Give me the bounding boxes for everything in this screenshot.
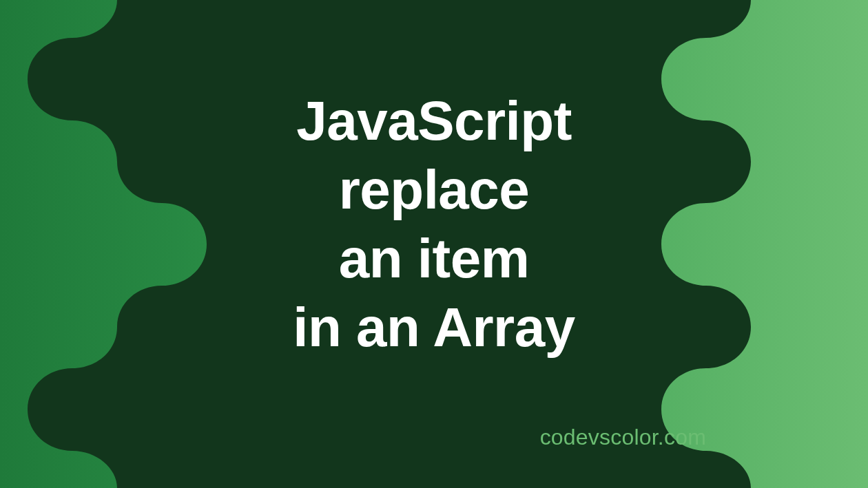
site-watermark: codevscolor.com (540, 425, 706, 450)
hero-title: JavaScript replace an item in an Array (293, 87, 575, 362)
